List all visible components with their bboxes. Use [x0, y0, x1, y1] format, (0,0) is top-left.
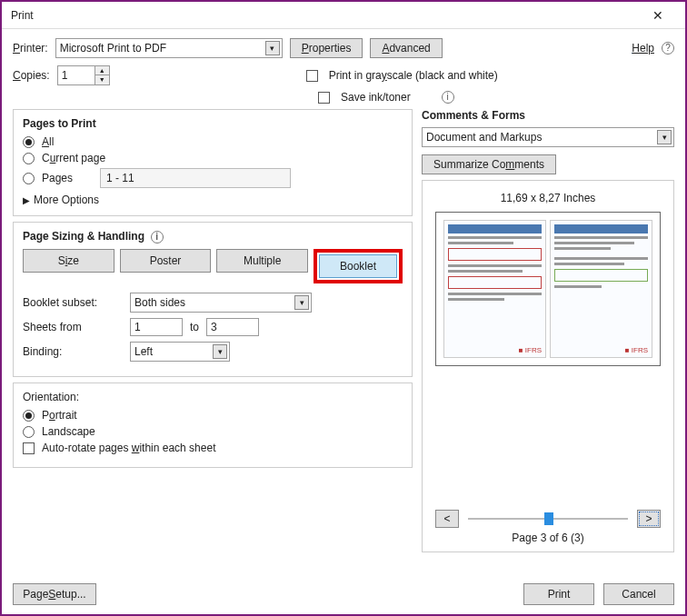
preview-slider[interactable] [468, 510, 628, 528]
preview-slide-right: ■ IFRS [550, 220, 652, 358]
sizing-title: Page Sizing & Handling i [23, 230, 403, 243]
preview-logo: ■ IFRS [519, 346, 542, 354]
grayscale-checkbox[interactable] [306, 70, 318, 82]
poster-button[interactable]: Poster [120, 249, 212, 273]
preview-page-label: Page 3 of 6 (3) [430, 532, 666, 544]
help-link[interactable]: Help [632, 42, 654, 55]
preview-logo: ■ IFRS [625, 346, 648, 354]
radio-all[interactable] [23, 136, 35, 148]
chevron-down-icon: ▾ [213, 344, 227, 359]
radio-portrait[interactable] [23, 410, 35, 422]
sheets-to-label: to [190, 321, 199, 333]
subset-select[interactable]: Both sides▾ [130, 293, 312, 313]
close-icon[interactable]: ✕ [640, 8, 676, 23]
orientation-title: Orientation: [23, 391, 79, 403]
radio-current-label: Current page [42, 152, 105, 164]
copies-input[interactable] [58, 66, 95, 84]
spin-up-icon[interactable]: ▲ [95, 66, 109, 75]
highlight-box: Booklet [314, 249, 403, 283]
booklet-button[interactable]: Booklet [319, 254, 397, 278]
sizing-info-icon[interactable]: i [151, 231, 164, 243]
sheets-to-input[interactable]: 3 [206, 318, 259, 336]
multiple-button[interactable]: Multiple [216, 249, 308, 273]
window-title: Print [11, 9, 640, 22]
comments-select[interactable]: Document and Markups▾ [422, 127, 674, 147]
copies-spinner[interactable]: ▲▼ [57, 65, 110, 85]
more-options-toggle[interactable]: ▶More Options [23, 194, 403, 206]
radio-current[interactable] [23, 153, 35, 164]
grayscale-label: Print in grayscale (black and white) [329, 69, 498, 82]
dialog-footer: Page Setup... Print Cancel [13, 583, 674, 605]
preview-slide-left: ■ IFRS [443, 220, 546, 358]
advanced-button[interactable]: Advanced [370, 38, 442, 58]
binding-label: Binding: [23, 345, 123, 358]
orientation-group: Orientation: Portrait Landscape Auto-rot… [13, 383, 413, 468]
pages-to-print-group: Pages to Print All Current page Pages 1 … [13, 109, 413, 216]
pages-range-input[interactable]: 1 - 11 [100, 168, 291, 188]
subset-label: Booklet subset: [23, 296, 123, 309]
sheets-from-input[interactable]: 1 [130, 318, 183, 336]
preview-area: 11,69 x 8,27 Inches ■ IFRS [422, 180, 674, 552]
copies-label: Copies: [13, 69, 50, 82]
printer-select[interactable]: Microsoft Print to PDF ▾ [55, 38, 283, 58]
slider-thumb[interactable] [544, 512, 553, 525]
triangle-right-icon: ▶ [23, 195, 30, 205]
saveink-label: Save ink/toner [341, 91, 411, 104]
preview-prev-button[interactable]: < [435, 510, 459, 528]
chevron-down-icon: ▾ [265, 41, 280, 55]
binding-select[interactable]: Left▾ [130, 342, 230, 362]
chevron-down-icon: ▾ [657, 130, 672, 144]
page-setup-button[interactable]: Page Setup... [13, 583, 96, 605]
summarize-button[interactable]: Summarize Comments [422, 154, 556, 174]
radio-pages[interactable] [23, 173, 35, 184]
preview-next-button[interactable]: > [637, 510, 661, 528]
dialog-body: Printer: Microsoft Print to PDF ▾ Proper… [2, 29, 685, 561]
radio-pages-label: Pages [42, 172, 96, 184]
portrait-label: Portrait [42, 409, 77, 422]
saveink-info-icon[interactable]: i [442, 91, 454, 104]
sheets-from-label: Sheets from [23, 321, 123, 333]
preview-dimensions: 11,69 x 8,27 Inches [430, 192, 666, 204]
landscape-label: Landscape [42, 425, 95, 438]
cancel-button[interactable]: Cancel [603, 583, 674, 605]
radio-landscape[interactable] [23, 426, 35, 438]
spin-down-icon[interactable]: ▼ [95, 75, 109, 84]
autorotate-label: Auto-rotate pages within each sheet [42, 442, 215, 454]
autorotate-checkbox[interactable] [23, 442, 35, 454]
comments-title: Comments & Forms [422, 109, 674, 122]
saveink-checkbox[interactable] [318, 92, 330, 104]
printer-value: Microsoft Print to PDF [60, 42, 166, 55]
chevron-down-icon: ▾ [294, 295, 309, 310]
pages-title: Pages to Print [23, 117, 403, 130]
preview-canvas: ■ IFRS ■ IFRS [435, 212, 661, 366]
sizing-group: Page Sizing & Handling i Size Poster Mul… [13, 222, 413, 377]
print-button[interactable]: Print [523, 583, 594, 605]
help-info-icon[interactable]: ? [662, 42, 674, 55]
size-button[interactable]: Size [23, 249, 114, 273]
radio-all-label: All [42, 135, 54, 148]
printer-label: Printer: [13, 42, 48, 55]
properties-button[interactable]: Properties [290, 38, 363, 58]
titlebar: Print ✕ [2, 2, 685, 29]
